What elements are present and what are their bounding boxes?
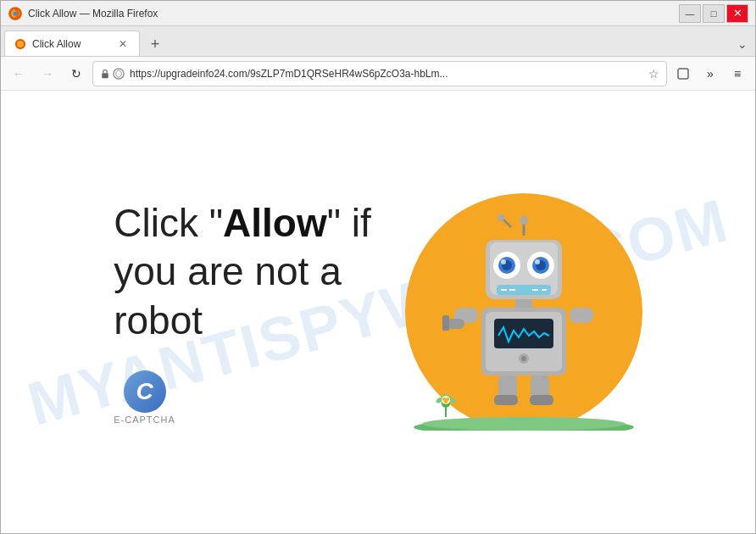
heading-pre-allow: Click " (114, 201, 223, 245)
title-bar-left: Click Allow — Mozilla Firefox (8, 6, 158, 21)
captcha-c-letter: C (124, 370, 166, 413)
address-bar[interactable]: https://upgradeinfo24.com/9sZLP7mD1QRSeH… (92, 61, 667, 86)
extensions-button[interactable]: » (698, 61, 723, 86)
tab-favicon (14, 37, 27, 51)
bookmark-star-icon[interactable]: ☆ (648, 67, 659, 81)
captcha-label: E-CAPTCHA (114, 414, 175, 425)
container-icon[interactable] (670, 61, 696, 86)
svg-point-21 (535, 259, 540, 264)
grass-svg (414, 412, 634, 431)
text-section: Click "Allow" if you are not a robot C E… (114, 199, 371, 426)
svg-point-11 (498, 214, 504, 221)
forward-button[interactable]: → (35, 61, 60, 86)
menu-button[interactable]: ≡ (725, 61, 750, 86)
tab-label: Click Allow (32, 38, 110, 50)
heading-line3: robot (114, 297, 371, 346)
nav-bar: ← → ↻ https://upgradeinfo24.com/9sZLP7mD… (1, 57, 755, 91)
tab-close-button[interactable]: ✕ (115, 36, 131, 52)
svg-point-2 (13, 11, 18, 16)
active-tab[interactable]: Click Allow ✕ (4, 31, 140, 56)
tab-bar: Click Allow ✕ + ⌄ (1, 26, 755, 57)
svg-point-4 (17, 41, 24, 47)
back-button[interactable]: ← (6, 61, 31, 86)
svg-point-53 (422, 417, 625, 431)
svg-point-32 (521, 356, 526, 361)
svg-rect-36 (442, 315, 449, 320)
tab-list-button[interactable]: ⌄ (733, 32, 752, 56)
window-title: Click Allow — Mozilla Firefox (28, 8, 158, 19)
url-text: https://upgradeinfo24.com/9sZLP7mD1QRSeH… (130, 68, 643, 80)
svg-rect-7 (678, 69, 688, 79)
svg-rect-41 (494, 395, 518, 405)
svg-point-9 (520, 216, 528, 225)
close-button[interactable]: ✕ (726, 4, 748, 23)
refresh-button[interactable]: ↻ (64, 61, 89, 86)
captcha-section: C E-CAPTCHA (114, 370, 371, 425)
captcha-logo: C E-CAPTCHA (114, 370, 175, 425)
new-tab-button[interactable]: + (143, 32, 167, 56)
heading-line2: you are not a (114, 248, 371, 297)
content-area: Click "Allow" if you are not a robot C E… (1, 159, 755, 464)
lock-icon (100, 68, 125, 80)
heading-post-allow: " if (327, 201, 371, 245)
svg-point-50 (444, 400, 447, 403)
title-bar-controls: — □ ✕ (679, 4, 748, 23)
main-heading: Click "Allow" if you are not a robot (114, 199, 371, 346)
maximize-button[interactable]: □ (703, 4, 725, 23)
heading-line1: Click "Allow" if (114, 199, 371, 248)
minimize-button[interactable]: — (679, 4, 701, 23)
robot-bg-circle (405, 193, 642, 431)
svg-point-20 (501, 259, 506, 264)
svg-rect-38 (570, 308, 593, 323)
nav-actions: » ≡ (670, 61, 750, 86)
browser-window: Click Allow — Mozilla Firefox — □ ✕ Clic… (0, 0, 756, 534)
page-content: MYANTISPYWARE.COM Click "Allow" if you a… (1, 91, 755, 533)
heading-allow-bold: Allow (223, 201, 327, 245)
svg-rect-27 (515, 299, 532, 308)
svg-rect-5 (102, 73, 108, 78)
firefox-icon (8, 6, 23, 21)
robot-illustration (405, 193, 642, 431)
svg-line-10 (503, 219, 511, 227)
robot-svg (439, 210, 609, 414)
svg-rect-37 (442, 325, 449, 331)
svg-rect-42 (530, 395, 553, 405)
title-bar: Click Allow — Mozilla Firefox — □ ✕ (1, 1, 755, 26)
